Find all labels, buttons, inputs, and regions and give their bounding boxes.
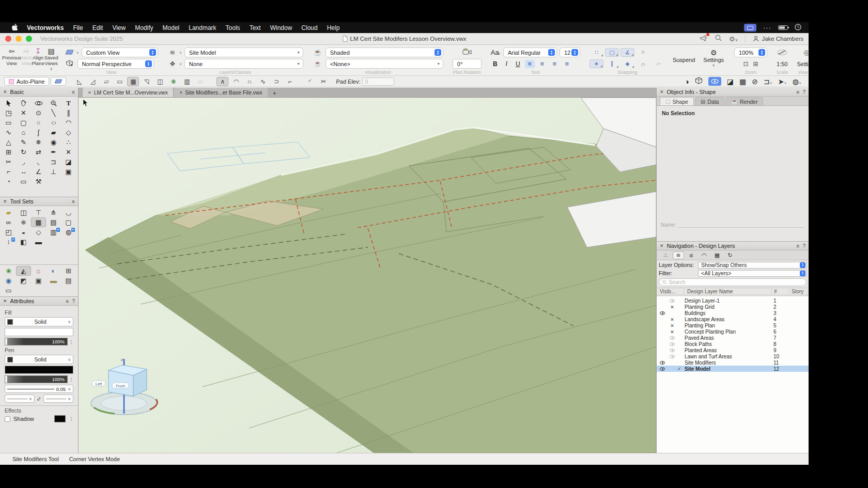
user-account[interactable]: Jake Chambers [753,36,803,42]
cubic-vertex-mode-button[interactable]: ∩ [243,77,255,86]
shear-tool[interactable]: ✒ [46,147,61,157]
auto-plane-button[interactable]: Auto-Plane [4,77,49,86]
settings-menu-icon[interactable]: ⚙∨ [729,35,738,43]
menu-window[interactable]: Window [266,24,297,32]
select-similar-tool[interactable]: ◉ [46,137,61,147]
selection-tool[interactable] [1,98,16,108]
scale-value[interactable]: 1:50 [777,61,787,67]
plane-mode-button[interactable] [51,77,66,86]
hardscape-tool[interactable]: ▦ [31,217,46,227]
attribute-mapping-tool[interactable]: ⚒ [31,177,46,186]
line-weight-select[interactable]: 0.05∨ [5,385,73,393]
snap-intersection-icon[interactable]: ✕ [636,48,650,57]
massing-model-tool[interactable]: ◒ [16,227,31,237]
tab-shape[interactable]: ⬚Shape [660,97,694,105]
connect-combine-tool[interactable]: ⌐ [1,167,16,177]
snapping-settings-button[interactable]: ⚙ Settings ∨ [699,46,728,75]
italic-button[interactable]: I [502,60,511,68]
fit-objects-icon[interactable]: ⊡ [743,60,749,68]
tab-render[interactable]: ☕Render [725,97,763,105]
berm-mode-button[interactable]: ◫ [154,77,166,86]
layer-row-lawn-and-turf-areas[interactable]: Lawn and Turf Areas10 [657,353,809,359]
menu-model[interactable]: Model [158,24,184,32]
triangle-tool[interactable]: △ [1,137,16,147]
line-tool[interactable]: ╲ [46,108,61,118]
tab-data[interactable]: ▤Data [695,97,725,105]
line-style-select[interactable]: ∨ [5,395,35,403]
scale-icon[interactable] [777,48,787,57]
zoom-tool[interactable] [46,98,61,108]
swale-tool[interactable]: ◡ [61,208,76,217]
camera-toolset-button[interactable]: ▣ [31,276,46,286]
font-size-select[interactable]: 12▲▼ [560,48,580,57]
tangent-vertex-mode-button[interactable]: ∿ [257,77,269,86]
unified-view-icon[interactable] [695,77,703,86]
landscape-area-tool[interactable]: ∞ [1,217,16,227]
layer-row-landscape-areas[interactable]: ✕Landscape Areas4 [657,316,809,322]
contour-mode-button[interactable]: ◿ [87,77,99,86]
data-visualization-select[interactable]: <None>▾ [326,59,443,69]
fence-tool[interactable]: ▢ [61,217,76,227]
plant-tool[interactable]: ◇ [31,227,46,237]
notifications-icon[interactable] [700,34,708,43]
selection-pointer-menu[interactable]: ➤∨ [778,77,787,86]
pan-tool[interactable] [16,98,31,108]
clip-mode-button[interactable]: ✂ [317,77,329,86]
tool-sets-palette-header[interactable]: ✕ Tool Sets ≡ [0,197,78,206]
line-marker-link-icon[interactable]: ∿ [36,396,42,401]
attributes-palette-header[interactable]: ✕ Attributes ≡? [0,297,78,306]
snap-distance-icon[interactable]: ◈ [621,59,634,68]
slope-analysis-tool[interactable]: ※ [16,217,31,227]
fill-opacity-slider[interactable]: 100% [5,338,68,345]
layer-row-design-layer-1[interactable]: Design Layer-11 [657,297,809,304]
swale-mode-button[interactable]: ◹ [141,77,152,86]
pen-color-bar[interactable] [5,366,73,374]
close-window-button[interactable] [5,36,11,42]
roadway-tool[interactable]: ◫ [16,208,31,217]
shadow-checkbox[interactable] [5,416,10,422]
document-tab-inactive[interactable]: ✕Site Modifiers...er Base File.vwx [174,88,268,97]
new-tab-button[interactable]: + [269,90,281,97]
navigation-header[interactable]: ✕ Navigation - Design Layers ≡? [657,242,809,250]
classes-nav-icon[interactable]: ◠ [699,251,710,259]
palette-menu-icon[interactable]: ≡ [797,89,800,95]
irrigation-toolset-button[interactable]: ◉ [1,276,16,286]
menu-modify[interactable]: Modify [130,24,158,32]
surface-tool[interactable]: ▰ [46,128,61,137]
arc-tool[interactable]: ◠ [61,118,76,128]
snap-angle-icon[interactable]: ∡ [621,48,634,57]
boundary-mode-button[interactable]: ◺ [73,77,85,86]
radius-vertex-mode-button[interactable]: ⌐ [284,77,296,86]
align-justify-button[interactable]: ≡ [562,60,572,68]
tree-tool[interactable]: ⋔ [46,208,61,217]
close-palette-icon[interactable]: ✕ [3,298,7,304]
previous-view-button[interactable]: ⇦Previous View [2,46,21,75]
freehand-tool[interactable]: ∿ [1,128,16,137]
pen-opacity-stepper[interactable]: ⋮ [69,377,73,382]
station-tool[interactable]: ⊤ [31,208,46,217]
active-class-select[interactable]: None▾ [184,59,303,69]
bold-button[interactable]: B [491,60,500,68]
rotate-tool[interactable]: ↻ [16,147,31,157]
rounded-rectangle-tool[interactable]: ▢ [16,118,31,128]
site-planning-toolset-button[interactable]: ◭ [16,266,31,276]
callout-tool[interactable]: ◳ [1,108,16,118]
saved-views-button[interactable]: ▤Saved Views∨ [44,46,58,75]
polyline-tool[interactable]: ∫ [31,128,46,137]
background-render-icon[interactable]: ◑ [685,77,689,86]
sheet-layers-nav-icon[interactable]: ⧈ [686,251,697,259]
align-center-button[interactable]: ≡ [537,60,547,68]
parking-area-tool[interactable]: ▥P [46,227,61,237]
planting-toolset-button[interactable]: ❀ [1,266,16,276]
reshape-tool[interactable]: ⊞ [1,147,16,157]
grade-tool[interactable]: ◧ [16,237,31,247]
render-teapot-icon[interactable]: ☕ [313,49,323,56]
palette-menu-icon[interactable]: ≡ [72,89,75,95]
double-line-tool[interactable]: ∥ [61,108,76,118]
parking-spaces-tool[interactable]: ⁝P [1,237,16,247]
suspend-snapping-button[interactable]: Suspend [669,46,699,75]
layer-row-planting-grid[interactable]: ✕Planting Grid2 [657,304,809,310]
media-toolset-button[interactable]: ▤ [61,276,76,286]
object-info-header[interactable]: ✕ Object Info - Shape ≡? [657,88,809,97]
grade-limits-mode-button[interactable]: ▦ [127,77,139,86]
